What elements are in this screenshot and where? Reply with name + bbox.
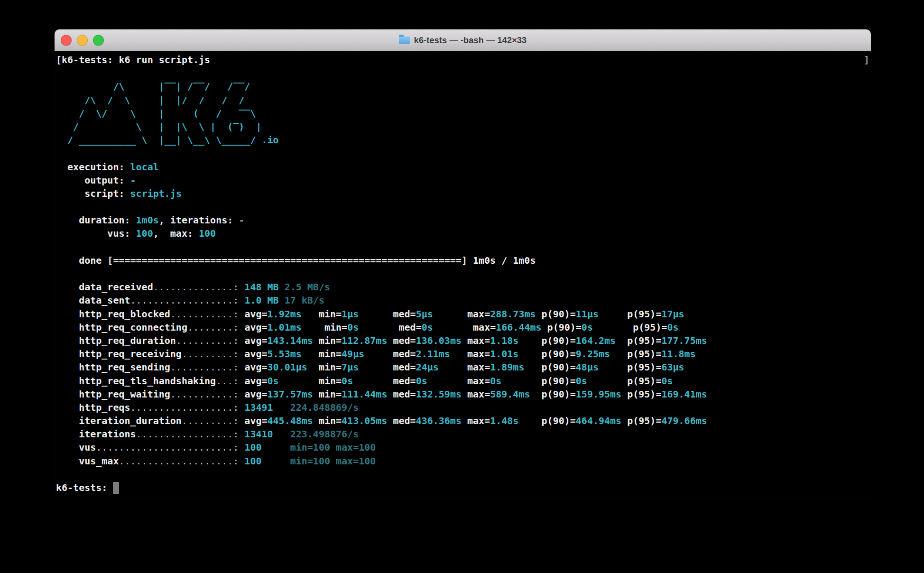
terminal-text-segment: med= [393,414,416,427]
terminal-text-segment: 112.87ms [342,334,393,347]
terminal-line: / \ | |\ \ | (‾) | [56,120,869,133]
terminal-text-segment: max= [467,360,490,374]
zoom-button[interactable] [93,35,104,46]
terminal-text-segment: ..........: [176,334,245,347]
terminal-text-segment: 413.05ms [342,414,393,427]
terminal-text-segment: / \/ \ | ( / ‾‾\ [56,107,256,120]
terminal-text-segment: 11µs [576,307,627,321]
terminal-line [56,147,869,160]
terminal-text-segment: min= [319,334,342,347]
terminal-text-segment: ...........: [170,388,245,401]
window-titlebar[interactable]: k6-tests — -bash — 142×33 [55,29,871,52]
terminal-text-segment: min=100 max=100 [290,454,376,468]
terminal-text-segment: 0s [667,321,678,334]
terminal-text-segment: 11.8ms [661,347,695,360]
terminal-line: execution: local [56,160,869,174]
terminal-text-segment: 166.44ms [496,321,547,334]
terminal-text-segment: 1µs [342,307,393,321]
terminal-text-segment: avg= [244,374,267,388]
terminal-text-segment: med= [393,388,416,401]
terminal-text-segment: 224.848869/s [290,401,359,414]
terminal-text-segment: 100 [136,227,153,240]
terminal-text-segment: ] [864,53,869,66]
terminal-text-segment: data_sent [56,294,130,307]
terminal-text-segment: 436.36ms [416,414,467,427]
terminal-text-segment: - [130,174,136,187]
terminal-text-segment: 0s [661,374,673,388]
terminal-text-segment: 0s [416,374,467,388]
close-button[interactable] [61,35,72,46]
terminal-text-segment: http_req_connecting [56,321,187,334]
terminal-text-segment: 148 MB [244,280,284,294]
terminal-text-segment: p(95)= [627,307,661,321]
terminal-text-segment: vus: [56,227,136,240]
terminal-text-segment: 0s [582,321,633,334]
terminal-text-segment: 7µs [342,360,393,374]
terminal-text-segment: , iterations: [159,213,239,227]
terminal-text-segment: done [==================================… [56,254,536,267]
terminal-text-segment: max= [467,334,490,347]
terminal-text-segment: iterations [56,427,136,441]
terminal-line: data_sent..................: 1.0 MB 17 k… [56,294,869,307]
terminal-text-segment: http_req_tls_handshaking [56,374,216,388]
terminal-text-segment: 9.25ms [576,347,627,360]
terminal-window: k6-tests — -bash — 142×33 [k6-tests: k6 … [55,29,871,497]
window-title-group: k6-tests — -bash — 142×33 [399,36,527,46]
terminal-line: http_req_duration..........: avg=143.14m… [56,334,869,347]
terminal-text-segment: / \ | |\ \ | (‾) | [56,120,261,133]
terminal-text-segment: p(90)= [542,334,576,347]
terminal-text-segment: min= [319,414,342,427]
terminal-text-segment: 143.14ms [268,334,319,347]
minimize-button[interactable] [77,35,88,46]
terminal-text-segment: /\ |‾‾| /‾‾/ /‾‾/ [56,80,250,93]
terminal-text-segment: 1.01s [490,347,541,360]
terminal-text-segment: max= [467,307,490,321]
terminal-line: iterations.................: 13410 223.4… [56,427,869,441]
terminal-text-segment: vus_max [56,454,119,468]
terminal-line: output: - [56,174,869,187]
terminal-text-segment: - [239,213,244,227]
terminal-text-segment: ........: [187,321,244,334]
terminal-text-segment: 223.498876/s [290,427,359,441]
terminal-line: http_req_sending...........: avg=30.01µs… [56,360,869,374]
terminal-text-segment: 137.57ms [268,388,319,401]
terminal-text-segment: 0s [576,374,627,388]
terminal-text-segment: 0s [268,374,319,388]
terminal-text-segment: min= [319,307,342,321]
terminal-text-segment: http_req_duration [56,334,176,347]
terminal-text-segment: p(90)= [542,307,576,321]
terminal-text-segment: med= [393,347,416,360]
terminal-text-segment: 1.0 MB [244,294,284,307]
terminal-text-segment: ..................: [130,401,245,414]
terminal-text-segment: 48µs [576,360,627,374]
terminal-line: duration: 1m0s, iterations: - [56,213,869,227]
terminal-text-segment: ....................: [119,454,244,468]
terminal-text-segment: vus [56,441,96,454]
terminal-text-segment: ..............: [153,280,245,294]
terminal-line: iteration_duration.........: avg=445.48m… [56,414,869,427]
terminal-text-segment: local [130,160,159,174]
terminal-text-segment: max= [467,347,490,360]
terminal-line: http_req_receiving.........: avg=5.53ms … [56,347,869,360]
terminal-text-segment: script: [56,187,130,200]
terminal-text-segment: http_req_receiving [56,347,182,360]
terminal-output[interactable]: [k6-tests: k6 run script.js] /\ |‾‾| /‾‾… [55,51,871,497]
terminal-text-segment: 111.44ms [342,388,393,401]
terminal-text-segment: 589.4ms [490,388,541,401]
terminal-text-segment: avg= [244,360,267,374]
terminal-text-segment: p(90)= [542,388,576,401]
terminal-text-segment: 132.59ms [416,388,467,401]
terminal-text-segment: min= [319,347,342,360]
terminal-text-segment: max= [467,388,490,401]
terminal-text-segment: .................: [136,427,245,441]
terminal-text-segment: /\ / \ | |/ / / / [56,93,244,107]
terminal-text-segment: min= [324,321,347,334]
terminal-text-segment: ...: [216,374,244,388]
terminal-text-segment: 0s [490,374,541,388]
terminal-text-segment: avg= [244,347,267,360]
terminal-text-segment: max= [467,414,490,427]
terminal-line [56,66,869,80]
terminal-line: http_req_blocked...........: avg=1.92ms … [56,307,869,321]
terminal-text-segment: http_req_sending [56,360,170,374]
terminal-text-segment: 0s [342,374,393,388]
